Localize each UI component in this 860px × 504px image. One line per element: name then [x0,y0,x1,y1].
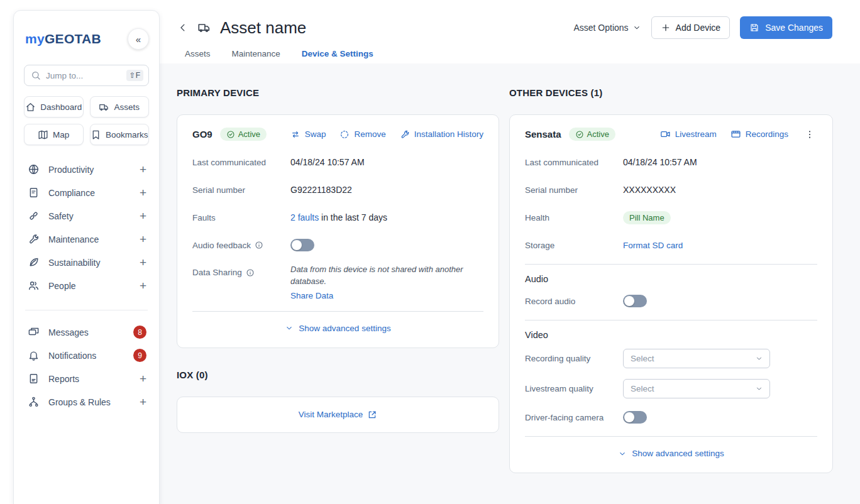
sidebar: myGEOTAB « Jump to... ⇧F Dashboard Asset… [13,10,160,504]
compliance-doc-icon [28,187,40,199]
device-name: GO9 [192,129,212,140]
search-shortcut-badge: ⇧F [126,70,143,81]
content-area: PRIMARY DEVICE GO9 Active Swap [160,63,860,504]
asset-options-button[interactable]: Asset Options [573,23,641,33]
format-sd-card-link[interactable]: Format SD card [623,241,683,250]
primary-nav: Productivity + Compliance + Safety + Mai… [24,158,149,297]
sidebar-item-bookmarks[interactable]: Bookmarks [90,124,150,145]
bookmark-icon [91,129,101,140]
swap-button[interactable]: Swap [290,129,326,140]
serial-number-row: Serial number XXXXXXXXX [510,176,832,204]
check-circle-icon [575,130,584,139]
recordings-icon [730,129,741,140]
storage-row: Storage Format SD card [510,231,832,259]
sidebar-item-groups-rules[interactable]: Groups & Rules + [24,390,149,414]
chevron-left-icon [177,22,189,33]
faults-link[interactable]: 2 faults [290,212,319,222]
wrench-icon [28,233,40,245]
info-icon[interactable] [246,268,255,277]
livestream-button[interactable]: Livestream [660,129,717,140]
plus-icon[interactable]: + [140,396,146,408]
last-communicated-row: Last communicated 04/18/24 10:57 AM [510,148,832,176]
sidebar-item-assets[interactable]: Assets [90,96,150,118]
bell-icon [28,349,40,361]
iox-heading: IOX (0) [177,370,499,380]
other-devices-column: OTHER DEVICES (1) Sensata Active Livestr… [509,63,833,504]
plus-icon[interactable]: + [140,256,146,268]
primary-device-card: GO9 Active Swap Remove [177,114,499,348]
sidebar-item-safety[interactable]: Safety + [24,204,149,227]
plus-icon[interactable]: + [140,210,146,222]
notifications-count-badge: 9 [133,349,146,362]
recording-quality-row: Recording quality Select [510,343,832,373]
swap-icon [290,129,300,140]
hierarchy-icon [28,396,40,408]
search-placeholder: Jump to... [46,71,121,80]
sidebar-item-messages[interactable]: Messages 8 [24,320,149,344]
secondary-nav: Messages 8 Notifications 9 Reports + Gro… [24,320,149,414]
sidebar-item-map[interactable]: Map [24,124,84,145]
toggle-knob [292,240,302,250]
installation-history-button[interactable]: Installation History [400,129,483,140]
sidebar-collapse-button[interactable]: « [128,28,149,50]
serial-number-row: Serial number G92221183D22 [177,176,499,204]
dashed-circle-icon [339,129,350,140]
chevron-down-icon [755,385,763,393]
save-icon [749,23,759,33]
back-button[interactable] [177,22,189,33]
plus-icon[interactable]: + [140,187,146,199]
plus-icon[interactable]: + [140,233,146,245]
sidebar-item-compliance[interactable]: Compliance + [24,181,149,204]
sidebar-item-reports[interactable]: Reports + [24,367,149,390]
double-chevron-left-icon: « [136,34,141,45]
sidebar-item-productivity[interactable]: Productivity + [24,158,149,181]
livestream-quality-select[interactable]: Select [623,379,770,398]
record-audio-toggle[interactable] [623,295,647,307]
sidebar-item-maintenance[interactable]: Maintenance + [24,227,149,251]
recordings-button[interactable]: Recordings [730,129,788,140]
chevron-down-icon [755,354,763,363]
show-advanced-settings-button[interactable]: Show advanced settings [177,312,499,348]
remove-button[interactable]: Remove [339,129,385,140]
audio-feedback-row: Audio feedback [177,231,499,259]
faults-row: Faults 2 faults in the last 7 days [177,204,499,231]
driver-facing-camera-toggle[interactable] [623,411,647,424]
home-icon [25,102,36,112]
messages-count-badge: 8 [133,326,146,339]
sidebar-item-dashboard[interactable]: Dashboard [24,96,84,118]
plus-icon[interactable]: + [140,280,146,292]
record-audio-row: Record audio [510,287,832,315]
info-icon[interactable] [255,241,263,249]
sidebar-item-people[interactable]: People + [24,274,149,297]
seatbelt-icon [28,210,40,222]
more-options-button[interactable] [802,128,817,141]
sidebar-item-sustainability[interactable]: Sustainability + [24,251,149,274]
sidebar-item-notifications[interactable]: Notifications 9 [24,344,149,367]
chevron-down-icon [618,449,627,458]
plus-icon[interactable]: + [140,373,146,385]
share-data-link[interactable]: Share Data [290,290,333,302]
toggle-knob [624,412,634,422]
mygeotab-logo: myGEOTAB [25,31,101,47]
messages-icon [28,326,40,338]
plus-icon [661,23,671,33]
data-sharing-note: Data from this device is not shared with… [290,265,463,286]
iox-card: Visit Marketplace [177,397,499,433]
device-name: Sensata [525,129,561,140]
video-camera-icon [660,129,671,140]
save-changes-button[interactable]: Save Changes [740,16,832,39]
people-icon [28,280,40,292]
last-communicated-row: Last communicated 04/18/24 10:57 AM [177,148,499,176]
show-advanced-settings-button[interactable]: Show advanced settings [510,437,832,473]
visit-marketplace-link[interactable]: Visit Marketplace [299,410,378,420]
quick-links: Dashboard Assets Map Bookmarks [24,96,149,145]
jump-to-search-input[interactable]: Jump to... ⇧F [24,65,149,86]
plus-icon[interactable]: + [140,163,146,175]
other-devices-heading: OTHER DEVICES (1) [509,87,833,98]
chevron-down-icon [285,324,294,332]
recording-quality-select[interactable]: Select [623,349,770,368]
audio-feedback-toggle[interactable] [290,239,314,251]
add-device-button[interactable]: Add Device [651,16,730,39]
external-link-icon [367,410,377,420]
status-badge: Active [220,128,267,141]
